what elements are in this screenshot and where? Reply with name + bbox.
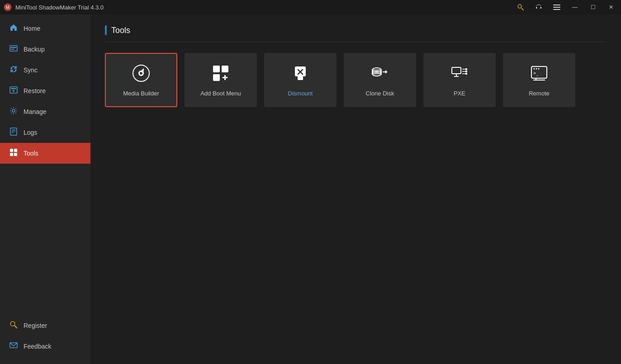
svg-rect-49 <box>465 68 467 70</box>
svg-rect-15 <box>10 128 17 135</box>
add-boot-menu-icon <box>211 64 230 85</box>
titlebar-actions: — ☐ ✕ <box>514 1 617 14</box>
tool-card-dismount[interactable]: Dismount <box>264 53 337 107</box>
tool-card-remote[interactable]: >_ Remote <box>503 53 575 107</box>
sidebar-item-tools[interactable]: Tools <box>0 143 90 164</box>
maximize-button[interactable]: ☐ <box>587 1 599 14</box>
media-builder-icon <box>132 64 151 85</box>
backup-icon <box>9 44 18 54</box>
sidebar-label-restore: Restore <box>24 87 46 95</box>
app-body: Home Backup <box>0 14 621 364</box>
svg-rect-22 <box>14 153 17 156</box>
app-title: MiniTool ShadowMaker Trial 4.3.0 <box>15 4 104 11</box>
dismount-label: Dismount <box>288 90 313 97</box>
pxe-label: PXE <box>454 90 465 97</box>
svg-rect-20 <box>14 149 17 152</box>
svg-point-53 <box>534 68 535 69</box>
add-boot-menu-label: Add Boot Menu <box>200 90 241 97</box>
svg-rect-50 <box>465 71 467 72</box>
sidebar-label-manage: Manage <box>24 108 47 115</box>
svg-point-2 <box>518 5 521 8</box>
sidebar-label-logs: Logs <box>24 129 37 136</box>
svg-rect-31 <box>222 66 228 72</box>
svg-rect-19 <box>10 149 13 152</box>
svg-text:M: M <box>6 5 9 10</box>
tool-card-clone-disk[interactable]: Clone Disk <box>344 53 416 107</box>
sidebar-item-register[interactable]: Register <box>0 315 90 336</box>
svg-rect-6 <box>553 7 560 8</box>
titlebar-left: M MiniTool ShadowMaker Trial 4.3.0 <box>4 3 104 11</box>
svg-point-13 <box>13 90 14 92</box>
menu-icon[interactable] <box>550 1 563 14</box>
sidebar-label-register: Register <box>24 322 47 329</box>
svg-point-54 <box>536 68 537 69</box>
svg-point-55 <box>538 68 540 69</box>
pxe-icon <box>450 64 469 85</box>
svg-rect-21 <box>10 153 13 156</box>
remote-label: Remote <box>529 90 550 97</box>
sidebar-item-restore[interactable]: Restore <box>0 80 90 101</box>
tool-card-media-builder[interactable]: Media Builder <box>105 53 177 107</box>
remote-icon: >_ <box>530 64 549 85</box>
clone-disk-label: Clone Disk <box>366 90 394 97</box>
manage-icon <box>9 107 18 117</box>
minimize-button[interactable]: — <box>569 1 581 14</box>
titlebar: M MiniTool ShadowMaker Trial 4.3.0 <box>0 0 621 14</box>
svg-rect-9 <box>11 47 16 48</box>
sidebar-item-feedback[interactable]: Feedback <box>0 336 90 357</box>
key-icon[interactable] <box>514 1 527 14</box>
svg-rect-12 <box>11 88 16 89</box>
svg-rect-36 <box>298 76 303 80</box>
app-logo-icon: M <box>4 3 12 11</box>
feedback-icon <box>9 341 18 351</box>
sidebar-label-sync: Sync <box>24 66 38 74</box>
tool-card-pxe[interactable]: PXE <box>423 53 496 107</box>
media-builder-label: Media Builder <box>123 90 159 97</box>
home-icon <box>9 24 18 33</box>
svg-point-14 <box>12 109 15 112</box>
svg-rect-5 <box>553 5 560 5</box>
logs-icon <box>9 128 18 137</box>
svg-rect-43 <box>452 67 461 74</box>
svg-rect-7 <box>553 9 560 10</box>
sync-icon <box>9 65 18 75</box>
svg-rect-30 <box>213 66 220 72</box>
svg-rect-8 <box>10 46 17 51</box>
register-icon <box>9 321 18 331</box>
sidebar: Home Backup <box>0 14 90 364</box>
page-title-row: Tools <box>105 25 607 42</box>
sidebar-item-sync[interactable]: Sync <box>0 60 90 80</box>
close-button[interactable]: ✕ <box>605 1 617 14</box>
sidebar-item-logs[interactable]: Logs <box>0 122 90 143</box>
sidebar-label-tools: Tools <box>24 150 38 157</box>
page-title: Tools <box>111 26 130 35</box>
dismount-icon <box>291 64 310 85</box>
tools-grid: Media Builder Add Boot Menu <box>105 53 607 107</box>
main-content: Tools Media Builder <box>90 14 621 364</box>
svg-rect-10 <box>11 49 14 50</box>
headphone-icon[interactable] <box>532 1 545 14</box>
svg-rect-32 <box>213 74 220 81</box>
sidebar-label-backup: Backup <box>24 46 45 53</box>
restore-icon <box>9 86 18 96</box>
sidebar-item-manage[interactable]: Manage <box>0 101 90 122</box>
sidebar-nav: Home Backup <box>0 14 90 315</box>
tool-card-add-boot-menu[interactable]: Add Boot Menu <box>185 53 257 107</box>
clone-disk-icon <box>370 64 389 85</box>
svg-point-23 <box>10 321 15 326</box>
svg-point-29 <box>140 72 142 75</box>
sidebar-footer: Register Feedback <box>0 315 90 364</box>
page-title-bar <box>105 25 107 35</box>
sidebar-item-backup[interactable]: Backup <box>0 39 90 60</box>
svg-rect-51 <box>465 73 467 75</box>
tools-icon <box>9 148 18 158</box>
sidebar-item-home[interactable]: Home <box>0 18 90 39</box>
sidebar-label-home: Home <box>24 25 40 32</box>
svg-text:>_: >_ <box>533 71 539 76</box>
sidebar-label-feedback: Feedback <box>24 343 51 350</box>
